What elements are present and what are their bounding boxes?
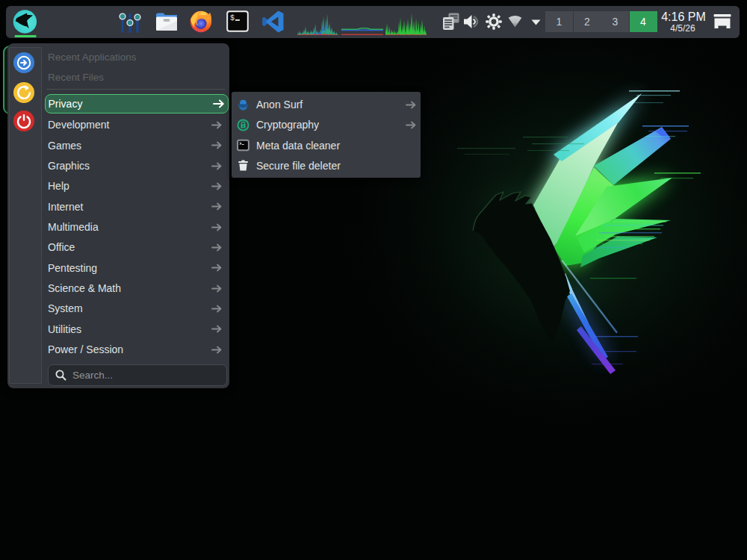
svg-text:$: $	[230, 14, 235, 22]
